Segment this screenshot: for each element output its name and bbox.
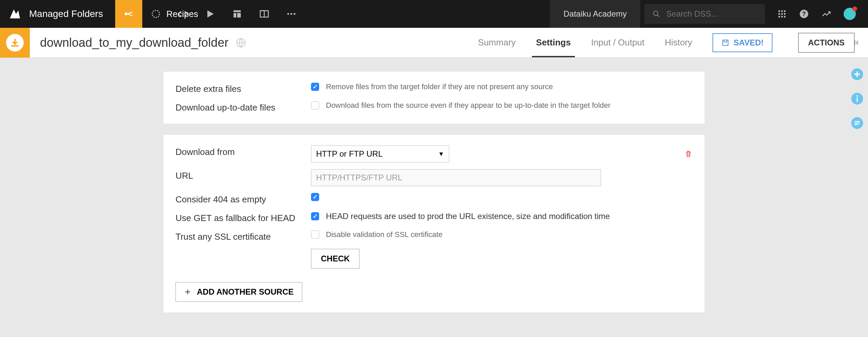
more-icon[interactable] bbox=[278, 0, 305, 28]
svg-rect-2 bbox=[233, 10, 241, 12]
uptodate-label: Download up-to-date files bbox=[175, 101, 311, 113]
info-icon[interactable] bbox=[851, 92, 864, 105]
use-get-checkbox[interactable] bbox=[311, 212, 319, 220]
main-content: Delete extra files Remove files from the… bbox=[0, 58, 868, 326]
navigate-icon[interactable] bbox=[235, 37, 247, 48]
use-get-label: Use GET as fallback for HEAD bbox=[175, 212, 311, 223]
breadcrumb-label[interactable]: Recipes bbox=[166, 9, 198, 19]
svg-rect-3 bbox=[233, 13, 236, 17]
svg-rect-15 bbox=[784, 13, 786, 15]
delete-extra-checkbox[interactable] bbox=[311, 83, 319, 91]
svg-rect-22 bbox=[723, 40, 728, 45]
academy-link[interactable]: Dataiku Academy bbox=[550, 0, 640, 28]
search-box[interactable] bbox=[644, 4, 765, 24]
sub-bar: download_to_my_download_folder Summary S… bbox=[0, 28, 868, 58]
svg-text:?: ? bbox=[802, 10, 806, 17]
svg-rect-12 bbox=[784, 11, 786, 12]
svg-rect-14 bbox=[781, 13, 783, 15]
top-bar: Managed Folders Recipes Dataiku Academy bbox=[0, 0, 868, 28]
panel-source: Download from HTTP or FTP URL ▼ URL Cons… bbox=[163, 134, 705, 313]
search-icon bbox=[653, 9, 660, 18]
collapse-arrow-icon[interactable] bbox=[852, 37, 863, 48]
svg-rect-23 bbox=[854, 40, 855, 45]
delete-extra-desc: Remove files from the target folder if t… bbox=[326, 82, 553, 91]
panel-general: Delete extra files Remove files from the… bbox=[163, 71, 705, 124]
add-icon[interactable] bbox=[851, 68, 864, 81]
help-icon[interactable]: ? bbox=[799, 9, 809, 19]
plus-icon bbox=[184, 288, 191, 296]
svg-point-7 bbox=[290, 13, 292, 15]
saved-button[interactable]: SAVED! bbox=[712, 33, 772, 52]
activity-icon[interactable] bbox=[821, 9, 831, 19]
dataiku-logo-icon[interactable] bbox=[7, 6, 23, 22]
uptodate-desc: Download files from the source even if t… bbox=[326, 101, 611, 110]
circle-icon[interactable] bbox=[142, 0, 169, 28]
play-icon[interactable] bbox=[197, 0, 224, 28]
panel-icon[interactable] bbox=[251, 0, 278, 28]
add-another-source-button[interactable]: ADD ANOTHER SOURCE bbox=[175, 282, 302, 302]
svg-rect-10 bbox=[779, 11, 780, 12]
svg-rect-13 bbox=[779, 13, 780, 15]
apps-icon[interactable] bbox=[777, 9, 787, 19]
svg-rect-4 bbox=[237, 13, 241, 17]
svg-point-1 bbox=[152, 10, 159, 17]
uptodate-checkbox[interactable] bbox=[311, 101, 319, 110]
download-from-label: Download from bbox=[175, 145, 311, 157]
search-input[interactable] bbox=[666, 9, 757, 19]
use-get-desc: HEAD requests are used to prod the URL e… bbox=[326, 212, 610, 221]
flow-icon[interactable] bbox=[115, 0, 142, 28]
svg-point-6 bbox=[287, 13, 289, 15]
tab-summary[interactable]: Summary bbox=[478, 28, 516, 57]
consider-404-checkbox[interactable] bbox=[311, 193, 319, 201]
tab-settings[interactable]: Settings bbox=[536, 28, 571, 57]
download-from-select[interactable]: HTTP or FTP URL ▼ bbox=[311, 145, 449, 162]
check-button[interactable]: CHECK bbox=[311, 249, 359, 269]
svg-point-0 bbox=[125, 13, 127, 15]
trust-ssl-checkbox[interactable] bbox=[311, 231, 319, 239]
svg-rect-27 bbox=[856, 98, 857, 102]
delete-extra-label: Delete extra files bbox=[175, 82, 311, 94]
section-title[interactable]: Managed Folders bbox=[29, 8, 103, 19]
tab-history[interactable]: History bbox=[665, 28, 692, 57]
avatar[interactable] bbox=[844, 8, 856, 20]
dashboard-icon[interactable] bbox=[224, 0, 251, 28]
tabs: Summary Settings Input / Output History … bbox=[478, 28, 854, 57]
page-title: download_to_my_download_folder bbox=[40, 36, 228, 50]
delete-source-button[interactable] bbox=[684, 150, 693, 158]
consider-404-label: Consider 404 as empty bbox=[175, 193, 311, 205]
save-icon bbox=[721, 39, 729, 47]
saved-label: SAVED! bbox=[733, 38, 764, 47]
svg-rect-17 bbox=[781, 16, 783, 18]
svg-point-26 bbox=[856, 95, 858, 97]
add-source-label: ADD ANOTHER SOURCE bbox=[197, 287, 294, 297]
side-strip bbox=[846, 58, 868, 130]
actions-button[interactable]: ACTIONS bbox=[798, 33, 854, 53]
svg-rect-18 bbox=[784, 16, 786, 18]
svg-rect-16 bbox=[779, 16, 780, 18]
url-label: URL bbox=[175, 169, 311, 181]
tab-input-output[interactable]: Input / Output bbox=[591, 28, 645, 57]
nav-icons bbox=[115, 0, 305, 28]
notification-dot bbox=[852, 6, 857, 11]
svg-point-8 bbox=[294, 13, 295, 15]
svg-rect-11 bbox=[781, 11, 783, 12]
svg-point-9 bbox=[654, 11, 658, 16]
url-input[interactable] bbox=[311, 169, 601, 186]
caret-down-icon: ▼ bbox=[438, 151, 444, 158]
chat-icon[interactable] bbox=[851, 117, 864, 130]
trust-ssl-label: Trust any SSL certificate bbox=[175, 230, 311, 242]
recipe-download-icon bbox=[0, 28, 30, 58]
download-from-value: HTTP or FTP URL bbox=[316, 149, 383, 159]
trust-ssl-desc: Disable validation of SSL certificate bbox=[326, 230, 442, 239]
